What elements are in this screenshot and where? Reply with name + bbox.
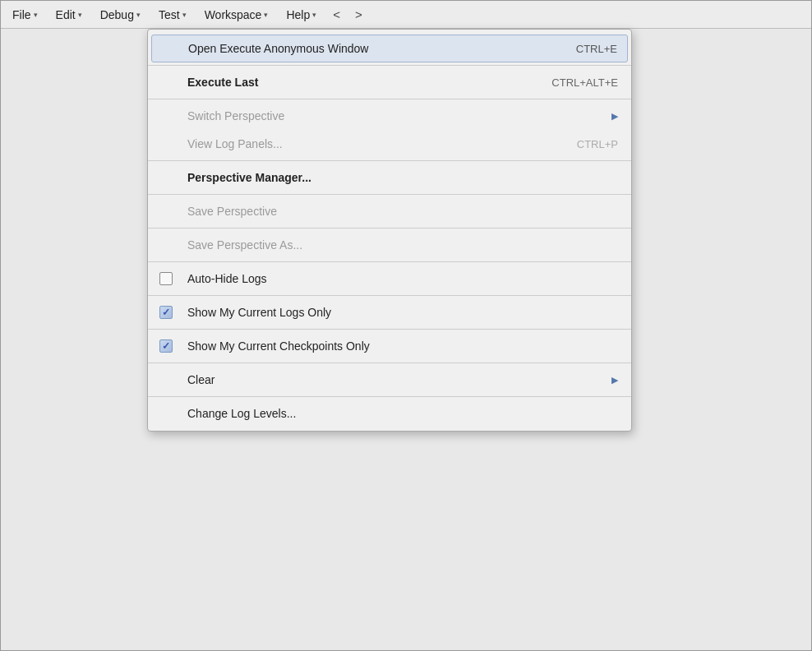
show-my-current-logs-checkbox: ✓ bbox=[158, 304, 174, 321]
menu-debug-arrow: ▾ bbox=[136, 11, 141, 19]
menu-view-log-panels[interactable]: View Log Panels... CTRL+P bbox=[148, 130, 631, 158]
show-my-current-logs-checkbox-checked: ✓ bbox=[159, 306, 173, 319]
menu-save-perspective[interactable]: Save Perspective bbox=[148, 197, 631, 225]
menu-show-my-current-checkpoints[interactable]: ✓ Show My Current Checkpoints Only bbox=[148, 332, 631, 360]
menu-help[interactable]: Help ▾ bbox=[278, 3, 325, 26]
menu-edit-label: Edit bbox=[56, 8, 76, 21]
menu-test[interactable]: Test ▾ bbox=[150, 3, 195, 26]
save-perspective-as-label: Save Perspective As... bbox=[187, 238, 618, 252]
menu-file[interactable]: File ▾ bbox=[4, 3, 46, 26]
menu-test-label: Test bbox=[159, 8, 180, 21]
workspace-dropdown-menu: Open Execute Anonymous Window CTRL+E Exe… bbox=[147, 29, 632, 432]
view-log-panels-shortcut: CTRL+P bbox=[577, 138, 618, 150]
menu-workspace-label: Workspace bbox=[205, 8, 262, 21]
open-execute-anonymous-shortcut: CTRL+E bbox=[576, 43, 617, 55]
separator-9 bbox=[148, 362, 631, 363]
separator-1 bbox=[148, 65, 631, 66]
menu-debug[interactable]: Debug ▾ bbox=[92, 3, 149, 26]
perspective-manager-label: Perspective Manager... bbox=[187, 171, 618, 184]
clear-label: Clear bbox=[187, 373, 611, 386]
menu-file-arrow: ▾ bbox=[34, 11, 38, 19]
menu-switch-perspective[interactable]: Switch Perspective ▶ bbox=[148, 102, 631, 130]
show-my-current-checkpoints-checkbox: ✓ bbox=[158, 338, 174, 354]
menu-workspace[interactable]: Workspace ▾ bbox=[196, 3, 277, 26]
separator-4 bbox=[148, 194, 631, 195]
menu-clear[interactable]: Clear ▶ bbox=[148, 366, 631, 394]
execute-last-label: Execute Last bbox=[187, 76, 551, 89]
separator-2 bbox=[148, 99, 631, 99]
open-execute-anonymous-label: Open Execute Anonymous Window bbox=[188, 42, 576, 55]
menu-workspace-arrow: ▾ bbox=[264, 11, 268, 19]
separator-3 bbox=[148, 160, 631, 161]
show-my-current-logs-label: Show My Current Logs Only bbox=[187, 306, 618, 319]
separator-10 bbox=[148, 396, 631, 397]
auto-hide-logs-label: Auto-Hide Logs bbox=[187, 272, 618, 285]
menu-help-label: Help bbox=[286, 8, 310, 21]
menu-change-log-levels[interactable]: Change Log Levels... bbox=[148, 399, 631, 427]
show-my-current-checkpoints-label: Show My Current Checkpoints Only bbox=[187, 339, 618, 353]
view-log-panels-label: View Log Panels... bbox=[187, 137, 577, 150]
menu-debug-label: Debug bbox=[100, 8, 134, 21]
menu-open-execute-anonymous[interactable]: Open Execute Anonymous Window CTRL+E bbox=[151, 35, 628, 62]
execute-last-shortcut: CTRL+ALT+E bbox=[551, 76, 618, 89]
switch-perspective-label: Switch Perspective bbox=[187, 109, 611, 122]
menu-execute-last[interactable]: Execute Last CTRL+ALT+E bbox=[148, 68, 631, 96]
show-my-current-checkpoints-checkbox-checked: ✓ bbox=[159, 339, 173, 353]
menu-auto-hide-logs[interactable]: Auto-Hide Logs bbox=[148, 265, 631, 293]
auto-hide-logs-checkbox-unchecked bbox=[159, 272, 173, 285]
menu-edit[interactable]: Edit ▾ bbox=[48, 3, 90, 26]
separator-5 bbox=[148, 228, 631, 229]
separator-6 bbox=[148, 261, 631, 262]
nav-forward-button[interactable]: > bbox=[348, 3, 369, 26]
nav-back-button[interactable]: < bbox=[326, 3, 347, 26]
main-content: Open Execute Anonymous Window CTRL+E Exe… bbox=[1, 29, 811, 650]
menu-perspective-manager[interactable]: Perspective Manager... bbox=[148, 164, 631, 192]
separator-8 bbox=[148, 329, 631, 330]
change-log-levels-label: Change Log Levels... bbox=[187, 407, 618, 420]
menu-test-arrow: ▾ bbox=[182, 11, 187, 19]
menu-edit-arrow: ▾ bbox=[78, 11, 82, 19]
menu-help-arrow: ▾ bbox=[312, 11, 316, 19]
switch-perspective-submenu-arrow: ▶ bbox=[611, 111, 618, 122]
menu-save-perspective-as[interactable]: Save Perspective As... bbox=[148, 231, 631, 259]
menu-show-my-current-logs[interactable]: ✓ Show My Current Logs Only bbox=[148, 298, 631, 326]
separator-7 bbox=[148, 295, 631, 296]
clear-submenu-arrow: ▶ bbox=[611, 375, 618, 386]
menu-file-label: File bbox=[12, 8, 31, 21]
menu-bar: File ▾ Edit ▾ Debug ▾ Test ▾ Workspace ▾… bbox=[1, 1, 811, 29]
auto-hide-logs-checkbox bbox=[158, 270, 174, 287]
app-window: File ▾ Edit ▾ Debug ▾ Test ▾ Workspace ▾… bbox=[0, 0, 812, 651]
save-perspective-label: Save Perspective bbox=[187, 205, 618, 218]
